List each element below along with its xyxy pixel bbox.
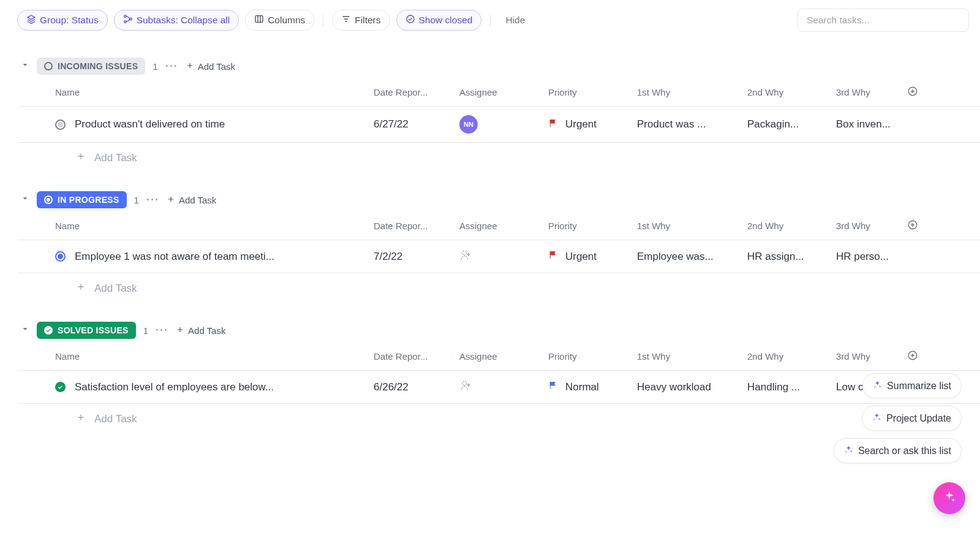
col-why2[interactable]: 2nd Why xyxy=(747,221,836,231)
why3-cell[interactable]: HR perso... xyxy=(836,251,918,263)
add-task-button[interactable]: Add Task xyxy=(176,325,225,336)
status-pill[interactable]: SOLVED ISSUES xyxy=(37,322,136,339)
subtasks-icon xyxy=(123,14,133,26)
ai-suggestions: Summarize list Project Update Search or … xyxy=(834,373,962,463)
group-more-button[interactable]: ··· xyxy=(146,194,159,207)
col-priority[interactable]: Priority xyxy=(548,221,637,231)
task-date: 6/26/22 xyxy=(374,381,459,393)
collapse-button[interactable] xyxy=(21,325,29,336)
task-priority[interactable]: Normal xyxy=(548,381,637,393)
toolbar: Group: Status Subtasks: Collapse all Col… xyxy=(6,0,980,37)
task-row[interactable]: Product wasn't delivered on time 6/27/22… xyxy=(18,107,980,143)
plus-icon xyxy=(167,195,175,205)
group-more-button[interactable]: ··· xyxy=(156,324,168,337)
assign-button[interactable] xyxy=(459,252,472,264)
col-name[interactable]: Name xyxy=(55,351,374,362)
add-column-button[interactable] xyxy=(907,350,918,363)
svg-point-2 xyxy=(130,18,132,20)
col-assignee[interactable]: Assignee xyxy=(459,221,548,231)
status-open-icon xyxy=(44,62,53,70)
why1-cell[interactable]: Heavy workload xyxy=(637,381,747,393)
col-why2[interactable]: 2nd Why xyxy=(747,87,836,97)
why3-cell[interactable]: Box inven... xyxy=(836,118,918,131)
assignee-avatar[interactable]: NN xyxy=(459,115,478,134)
column-headers: Name Date Repor... Assignee Priority 1st… xyxy=(18,211,980,240)
add-task-button[interactable]: Add Task xyxy=(167,195,216,205)
svg-point-4 xyxy=(407,15,414,23)
col-assignee[interactable]: Assignee xyxy=(459,87,548,97)
filter-icon xyxy=(341,14,351,26)
sparkle-icon xyxy=(844,445,853,457)
col-name[interactable]: Name xyxy=(55,221,374,231)
col-assignee[interactable]: Assignee xyxy=(459,351,548,362)
task-row[interactable]: Employee 1 was not aware of team meeti..… xyxy=(18,240,980,273)
collapse-button[interactable] xyxy=(21,194,29,205)
collapse-button[interactable] xyxy=(21,61,29,72)
group-header: INCOMING ISSUES 1 ··· Add Task xyxy=(18,55,980,77)
why1-cell[interactable]: Employee was... xyxy=(637,251,747,263)
col-why1[interactable]: 1st Why xyxy=(637,351,747,362)
priority-label: Urgent xyxy=(565,251,597,263)
group-count: 1 xyxy=(143,325,148,336)
col-priority[interactable]: Priority xyxy=(548,87,637,97)
ai-suggest-search[interactable]: Search or ask this list xyxy=(834,438,962,463)
task-name: Satisfaction level of employees are belo… xyxy=(75,381,274,393)
col-why2[interactable]: 2nd Why xyxy=(747,351,836,362)
ai-suggest-project-update[interactable]: Project Update xyxy=(862,406,962,431)
col-date[interactable]: Date Repor... xyxy=(374,87,459,97)
group-in_progress: IN PROGRESS 1 ··· Add Task Name Date Rep… xyxy=(18,189,980,301)
show-closed-pill[interactable]: Show closed xyxy=(396,10,482,31)
status-progress-icon xyxy=(55,251,66,262)
add-task-row[interactable]: Add Task xyxy=(18,273,980,301)
col-name[interactable]: Name xyxy=(55,87,374,97)
group-header: IN PROGRESS 1 ··· Add Task xyxy=(18,189,980,211)
ai-suggest-summarize[interactable]: Summarize list xyxy=(862,373,962,398)
task-name: Employee 1 was not aware of team meeti..… xyxy=(75,251,274,263)
col-why3[interactable]: 3rd Why xyxy=(836,221,903,231)
columns-pill[interactable]: Columns xyxy=(245,10,314,31)
flag-icon xyxy=(548,381,558,393)
group-incoming: INCOMING ISSUES 1 ··· Add Task Name Date… xyxy=(18,55,980,170)
ai-suggest-label: Search or ask this list xyxy=(858,446,951,457)
add-task-button[interactable]: Add Task xyxy=(186,61,235,72)
add-task-row[interactable]: Add Task xyxy=(18,143,980,170)
col-why3[interactable]: 3rd Why xyxy=(836,87,903,97)
status-pill[interactable]: INCOMING ISSUES xyxy=(37,58,145,75)
col-why3[interactable]: 3rd Why xyxy=(836,351,903,362)
ai-fab-button[interactable] xyxy=(933,482,965,514)
svg-point-0 xyxy=(124,15,126,17)
group-more-button[interactable]: ··· xyxy=(165,60,178,73)
col-date[interactable]: Date Repor... xyxy=(374,351,459,362)
subtasks-pill[interactable]: Subtasks: Collapse all xyxy=(114,10,239,31)
status-label: INCOMING ISSUES xyxy=(58,61,138,71)
why2-cell[interactable]: Packagin... xyxy=(747,118,836,131)
col-why1[interactable]: 1st Why xyxy=(637,87,747,97)
assign-button[interactable] xyxy=(459,382,472,394)
why2-cell[interactable]: Handling ... xyxy=(747,381,836,393)
status-label: IN PROGRESS xyxy=(58,195,119,205)
col-date[interactable]: Date Repor... xyxy=(374,221,459,231)
task-priority[interactable]: Urgent xyxy=(548,118,637,131)
svg-point-9 xyxy=(462,381,467,385)
task-priority[interactable]: Urgent xyxy=(548,250,637,263)
flag-icon xyxy=(548,250,558,263)
plus-icon xyxy=(176,325,184,336)
hide-button[interactable]: Hide xyxy=(499,11,531,29)
add-column-button[interactable] xyxy=(907,86,918,99)
col-priority[interactable]: Priority xyxy=(548,351,637,362)
group-count: 1 xyxy=(134,195,139,205)
group-pill[interactable]: Group: Status xyxy=(17,10,108,31)
col-why1[interactable]: 1st Why xyxy=(637,221,747,231)
status-pill[interactable]: IN PROGRESS xyxy=(37,191,127,208)
sparkle-icon xyxy=(872,412,881,424)
task-date: 6/27/22 xyxy=(374,118,459,131)
why1-cell[interactable]: Product was ... xyxy=(637,118,747,131)
priority-label: Normal xyxy=(565,381,599,393)
plus-icon xyxy=(76,412,86,425)
search-input[interactable] xyxy=(797,9,969,32)
column-headers: Name Date Repor... Assignee Priority 1st… xyxy=(18,341,980,371)
add-column-button[interactable] xyxy=(907,219,918,232)
task-name: Product wasn't delivered on time xyxy=(75,118,225,131)
filters-pill[interactable]: Filters xyxy=(332,10,390,31)
why2-cell[interactable]: HR assign... xyxy=(747,251,836,263)
